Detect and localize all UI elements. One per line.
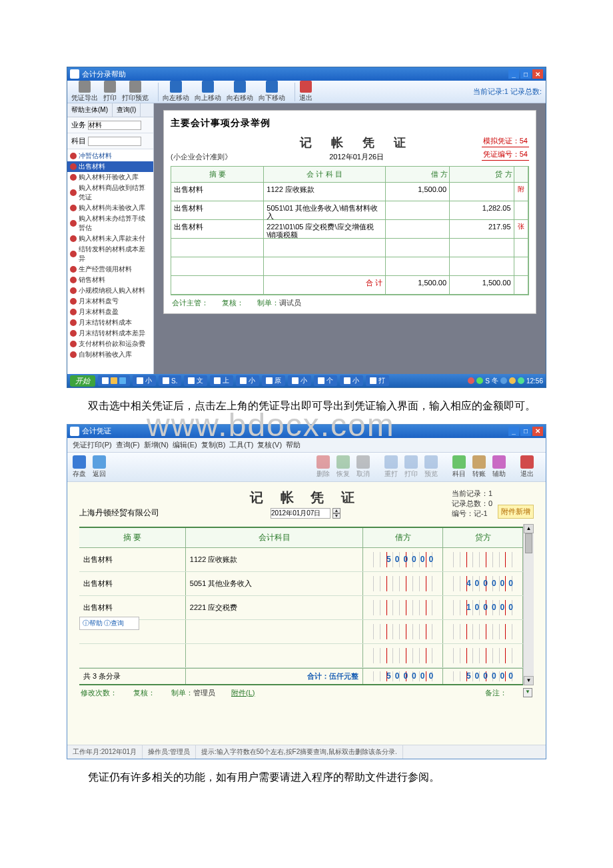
- system-tray: S冬 12:56: [468, 376, 543, 385]
- tree-item[interactable]: 购入材料未入库款未付: [67, 233, 153, 244]
- scroll-up[interactable]: ▲: [524, 524, 534, 533]
- note-dropdown[interactable]: ▼: [523, 688, 532, 697]
- move-right-button[interactable]: 向右移动: [227, 81, 253, 103]
- tree-item[interactable]: 小规模纳税人购入材料: [67, 285, 153, 296]
- menu-item[interactable]: 编辑(E): [173, 441, 197, 449]
- preview-button-2[interactable]: 预览: [424, 455, 438, 479]
- move-up-button[interactable]: 向上移动: [195, 81, 221, 103]
- window-title: 会计分录帮助: [82, 69, 126, 79]
- voucher-date: 2012年01月26日: [232, 152, 482, 162]
- tot-val: 0: [488, 499, 492, 507]
- company-name: 上海丹顿经贸有限公司: [79, 507, 159, 519]
- scrollbar[interactable]: ▲ ▼: [523, 524, 534, 685]
- quick-launch[interactable]: [98, 375, 130, 386]
- export-icon: [79, 81, 91, 93]
- restore-button[interactable]: 恢复: [336, 455, 350, 479]
- attach-button[interactable]: 附件新增: [498, 505, 534, 519]
- taskbar-item[interactable]: 文: [184, 375, 207, 386]
- status-tip: 提示:输入字符数在50个左右,按F2摘要查询,鼠标双击删除该条分录.: [196, 745, 403, 759]
- voucher-row-2[interactable]: 出售材料1122 应收账款500000: [79, 548, 523, 572]
- taskbar-item[interactable]: 打: [366, 375, 389, 386]
- voucher-date-input[interactable]: [271, 508, 330, 519]
- save-button[interactable]: 存盘: [73, 455, 86, 479]
- minimize-button-2[interactable]: _: [508, 427, 519, 436]
- exit-button[interactable]: 退出: [299, 81, 312, 103]
- taskbar-item[interactable]: 小: [133, 375, 156, 386]
- tree-item[interactable]: 月末材料盘亏: [67, 296, 153, 307]
- tree-item[interactable]: 购入材料尚未验收入库: [67, 203, 153, 213]
- taskbar-item[interactable]: 小: [288, 375, 311, 386]
- voucher-head: 记 帐 凭 证: [232, 135, 482, 151]
- scroll-thumb[interactable]: [525, 533, 532, 553]
- taskbar-item[interactable]: 原: [262, 375, 285, 386]
- menu-item[interactable]: 新增(N): [144, 441, 169, 449]
- tree-item[interactable]: 出售材料: [67, 161, 153, 172]
- menu-item[interactable]: 工具(T): [229, 441, 253, 449]
- tree-item[interactable]: 购入材料开验收入库: [67, 172, 153, 183]
- tree-item[interactable]: 支付材料价款和运杂费: [67, 339, 153, 349]
- maximize-button[interactable]: □: [520, 69, 531, 79]
- arrow-up-icon: [202, 81, 214, 93]
- voucher-row-2[interactable]: 出售材料5051 其他业务收入400000: [79, 572, 523, 596]
- date-down[interactable]: ▼: [332, 513, 340, 519]
- tab-query[interactable]: 查询(I): [113, 103, 141, 117]
- voucher-row[interactable]: 出售材料2221\01\05 应交税费\应交增值税\销项税额217.95张: [171, 220, 528, 239]
- close-button[interactable]: ✕: [532, 69, 543, 79]
- tree-item[interactable]: 购入材料未办结算手续暂估: [67, 213, 153, 233]
- exit-button-2[interactable]: 退出: [520, 455, 534, 479]
- biz-input[interactable]: [88, 121, 141, 130]
- menu-item[interactable]: 复制(B): [201, 441, 226, 449]
- move-left-button[interactable]: 向左移动: [163, 81, 189, 103]
- delete-icon: [316, 455, 330, 469]
- tree-item[interactable]: 购入材料商品收到结算凭证: [67, 183, 153, 203]
- taskbar-item[interactable]: 上: [210, 375, 233, 386]
- move-down-button[interactable]: 向下移动: [259, 81, 285, 103]
- close-button-2[interactable]: ✕: [532, 427, 543, 436]
- bullet-icon: [70, 189, 77, 196]
- menu-item[interactable]: 复核(V): [257, 441, 282, 449]
- exit-icon-2: [520, 455, 534, 469]
- export-button[interactable]: 凭证导出: [71, 81, 98, 103]
- taskbar-item[interactable]: S.: [159, 375, 181, 386]
- start-button[interactable]: 开始: [70, 375, 95, 387]
- total-credit: 1,500.00: [450, 276, 514, 295]
- back-button[interactable]: 返回: [93, 455, 106, 479]
- menu-item[interactable]: 凭证打印(P): [73, 441, 112, 449]
- subject-icon: [452, 455, 466, 469]
- subj-input[interactable]: [88, 137, 141, 146]
- transfer-button[interactable]: 转账: [472, 455, 486, 479]
- menu-item[interactable]: 帮助: [286, 441, 301, 449]
- preview-button[interactable]: 打印预览: [122, 81, 149, 103]
- taskbar-item[interactable]: 小: [236, 375, 259, 386]
- tree-item[interactable]: 结转发料的材料成本差异: [67, 244, 153, 264]
- foot-att[interactable]: 附件(L): [231, 688, 255, 698]
- helper-help[interactable]: ⓘ帮助: [83, 619, 103, 628]
- tree-item[interactable]: 销售材料: [67, 275, 153, 285]
- taskbar-item[interactable]: 小: [340, 375, 363, 386]
- voucher-row[interactable]: 出售材料5051\01 其他业务收入\销售材料收入1,282.05: [171, 201, 528, 220]
- tree-item[interactable]: 自制材料验收入库: [67, 349, 153, 360]
- tree-item[interactable]: 冲暂估材料: [67, 151, 153, 161]
- aux-button[interactable]: 辅助: [492, 455, 506, 479]
- maximize-button-2[interactable]: □: [520, 427, 531, 436]
- minimize-button[interactable]: _: [508, 69, 519, 79]
- undo-button[interactable]: 取消: [356, 455, 370, 479]
- tree-item[interactable]: 月末材料盘盈: [67, 307, 153, 317]
- reprint-button[interactable]: 重打: [384, 455, 398, 479]
- tree-item[interactable]: 月末结转材料成本: [67, 317, 153, 328]
- scroll-down[interactable]: ▼: [524, 676, 534, 685]
- voucher-row-2[interactable]: 出售材料2221 应交税费100000: [79, 596, 523, 620]
- print-button-2[interactable]: 打印: [404, 455, 418, 479]
- print-button[interactable]: 打印: [103, 81, 117, 103]
- voucher-row[interactable]: 出售材料1122 应收账款1,500.00附: [171, 183, 528, 201]
- subject-button[interactable]: 科目: [452, 455, 466, 479]
- tab-help-body[interactable]: 帮助主体(M): [67, 103, 113, 117]
- delete-button[interactable]: 删除: [316, 455, 330, 479]
- tree-item[interactable]: 生产经营领用材料: [67, 264, 153, 275]
- menu-item[interactable]: 查询(F): [116, 441, 140, 449]
- taskbar-item[interactable]: 个: [314, 375, 337, 386]
- helper-query[interactable]: ⓘ查询: [104, 619, 124, 628]
- tree-item[interactable]: 月末结转材料成本差异: [67, 328, 153, 339]
- bullet-icon: [70, 163, 77, 170]
- date-up[interactable]: ▲: [332, 508, 340, 513]
